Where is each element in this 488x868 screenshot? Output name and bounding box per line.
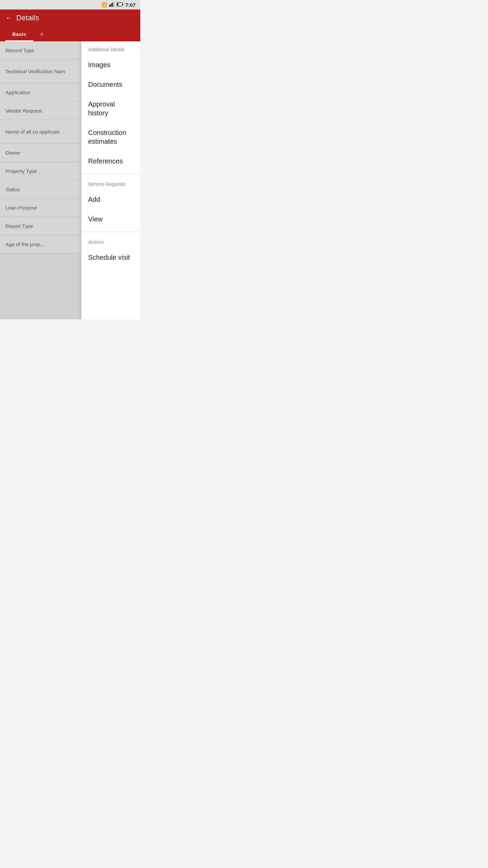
status-time: 7:07 [125, 2, 136, 8]
svg-rect-0 [109, 5, 110, 7]
field-owner: Owner [0, 144, 81, 162]
field-record-type: Record Type [0, 41, 81, 60]
left-panel: Record Type Technical Verification Nam A… [0, 41, 81, 319]
signal-icon [109, 2, 115, 8]
battery-icon [117, 2, 123, 7]
field-loan-purpose: Loan Purpose [0, 199, 81, 217]
status-bar: 📶 7:07 [0, 0, 140, 9]
field-property-type: Property Type [0, 162, 81, 180]
menu-item-approval-history[interactable]: Approval history [81, 94, 140, 123]
divider-1 [81, 174, 140, 174]
main-content: Record Type Technical Verification Nam A… [0, 41, 140, 319]
tabs-row: Basic A [5, 28, 135, 41]
svg-rect-2 [112, 3, 113, 7]
field-tech-verification: Technical Verification Nam [0, 60, 81, 83]
service-requests-label: Service Requests [81, 177, 140, 190]
svg-rect-1 [110, 4, 111, 7]
svg-rect-5 [122, 3, 123, 5]
menu-item-schedule-visit[interactable]: Schedule visit [81, 248, 140, 267]
app-header: ← Details Basic A [0, 9, 140, 41]
actions-label: Actions [81, 235, 140, 248]
divider-2 [81, 232, 140, 232]
tab-additional[interactable]: A [34, 28, 51, 41]
field-application: Application [0, 83, 81, 102]
menu-item-view[interactable]: View [81, 209, 140, 229]
field-status: Status [0, 180, 81, 199]
menu-item-construction-estimates[interactable]: Construction estimates [81, 123, 140, 151]
menu-item-add[interactable]: Add [81, 190, 140, 209]
svg-rect-6 [117, 3, 118, 5]
menu-item-images[interactable]: Images [81, 55, 140, 75]
additional-details-label: Additional Details [81, 41, 140, 55]
field-vendor-request: Vendor Request [0, 102, 81, 120]
page-title: Details [16, 14, 39, 22]
back-button[interactable]: ← [5, 14, 13, 22]
field-report-type: Report Type [0, 217, 81, 235]
menu-item-documents[interactable]: Documents [81, 75, 140, 94]
menu-item-references[interactable]: References [81, 151, 140, 171]
right-panel: Additional Details Images Documents Appr… [81, 41, 140, 319]
tab-basic[interactable]: Basic [5, 28, 34, 41]
field-name-co-applicants: Name of all co applicats [0, 120, 81, 144]
field-age-of-property: Age of the prop... [0, 235, 81, 254]
wifi-icon: 📶 [102, 2, 107, 7]
svg-rect-3 [113, 2, 114, 7]
